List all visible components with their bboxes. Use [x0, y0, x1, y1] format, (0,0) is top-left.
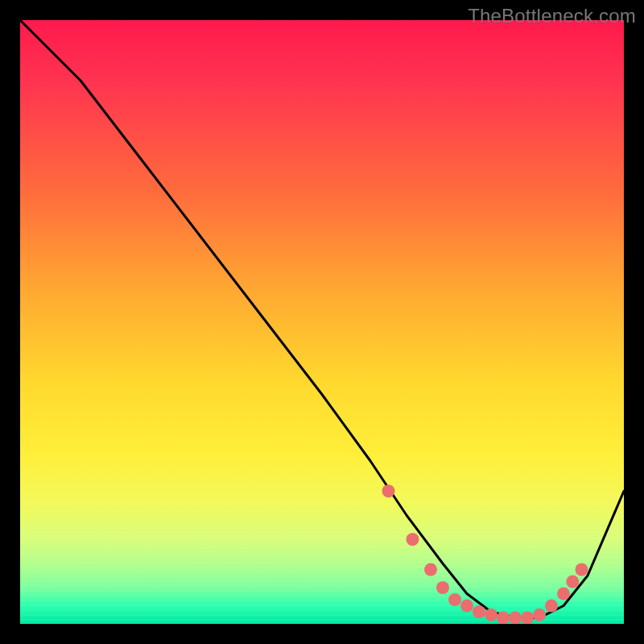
highlight-dot	[473, 605, 485, 618]
highlight-dot	[533, 609, 546, 621]
watermark-text: TheBottleneck.com	[468, 5, 636, 27]
chart-frame: TheBottleneck.com	[0, 0, 644, 644]
highlight-dot	[566, 576, 579, 588]
highlight-dot	[436, 581, 449, 594]
highlight-dot	[576, 564, 588, 576]
highlight-dot	[382, 485, 395, 497]
highlight-dot	[521, 612, 534, 625]
highlight-dot	[557, 588, 570, 601]
highlight-dot	[485, 609, 497, 621]
highlight-dot	[545, 600, 558, 613]
highlight-dot	[497, 612, 510, 625]
bottleneck-curve	[20, 20, 624, 618]
highlight-dot	[460, 600, 473, 613]
highlight-dot	[407, 533, 419, 546]
curve-layer	[20, 20, 624, 624]
highlight-dot	[424, 564, 437, 576]
highlight-dot	[448, 593, 461, 606]
highlight-dot	[509, 612, 522, 625]
highlight-dots	[382, 485, 588, 624]
plot-area	[20, 20, 624, 624]
